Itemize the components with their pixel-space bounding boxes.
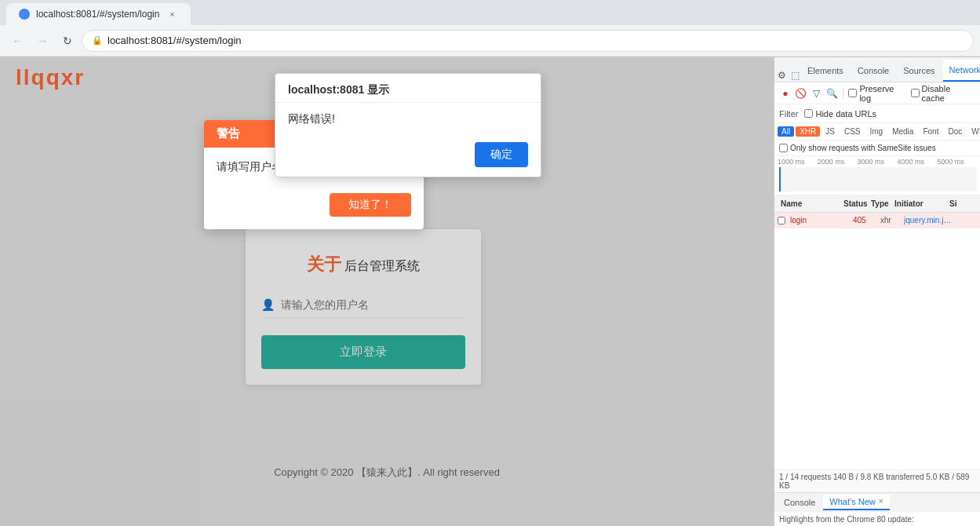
samesite-label: Only show requests with SameSite issues <box>790 144 936 152</box>
type-tab-xhr[interactable]: XHR <box>796 126 820 137</box>
tab-sources[interactable]: Sources <box>897 60 941 82</box>
row-type: xhr <box>877 216 901 225</box>
reload-button[interactable]: ↻ <box>56 30 78 52</box>
samesite-checkbox[interactable] <box>779 144 788 152</box>
filter-icon[interactable]: ▽ <box>811 87 823 100</box>
type-tab-media[interactable]: Media <box>888 126 917 137</box>
timeline-markers: 1000 ms 2000 ms 3000 ms 4000 ms 5000 ms <box>774 158 980 166</box>
record-icon[interactable]: ● <box>779 87 792 100</box>
devtools-toolbar: ● 🚫 ▽ 🔍 Preserve log Disable cache <box>774 82 980 104</box>
row-status: 405 <box>850 216 877 225</box>
disable-cache-label: Disable cache <box>922 84 975 103</box>
hide-data-urls-checkbox[interactable] <box>804 109 813 118</box>
search-icon[interactable]: 🔍 <box>826 87 839 100</box>
tab-close-btn[interactable]: × <box>166 8 178 20</box>
col-initiator: Initiator <box>891 199 946 208</box>
tab-elements[interactable]: Elements <box>801 60 850 82</box>
type-tab-font[interactable]: Font <box>919 126 942 137</box>
bottom-tab-whats-new[interactable]: What's New × <box>823 495 889 510</box>
disable-cache-group: Disable cache <box>911 84 975 103</box>
tab-network[interactable]: Network <box>943 60 980 82</box>
devtools-tabs: ⚙ ⬚ Elements Console Sources Network <box>774 57 980 82</box>
devtools-inspect-icon[interactable]: ⬚ <box>791 69 800 82</box>
back-button[interactable]: ← <box>6 30 28 52</box>
tab-title: localhost:8081/#/system/login <box>36 9 159 20</box>
devtools-highlights: Highlights from the Chrome 80 update: <box>774 511 980 526</box>
marker-3000: 3000 ms <box>858 158 898 166</box>
address-bar[interactable]: 🔒 localhost:8081/#/system/login <box>82 30 974 52</box>
samesite-check: Only show requests with SameSite issues <box>779 144 936 152</box>
close-icon[interactable]: × <box>879 497 883 506</box>
preserve-log-label: Preserve log <box>859 84 907 103</box>
timeline-cursor <box>779 167 781 192</box>
bottom-tab-console[interactable]: Console <box>778 495 822 510</box>
network-table-header: Name Status Type Initiator Si <box>774 195 980 213</box>
row-initiator: jquery.min.j-… <box>901 216 956 225</box>
browser-tabs: localhost:8081/#/system/login × <box>0 0 980 25</box>
hide-data-urls-group: Hide data URLs <box>804 109 876 119</box>
devtools-settings-icon[interactable]: ⚙ <box>778 69 786 82</box>
devtools-status: 1 / 14 requests 140 B / 9.8 KB transferr… <box>774 469 980 492</box>
tab-favicon <box>19 9 30 20</box>
alert-confirm-button[interactable]: 知道了！ <box>330 193 411 217</box>
marker-4000: 4000 ms <box>897 158 937 166</box>
system-dialog: localhost:8081 显示 网络错误! 确定 <box>275 73 541 177</box>
row-name: login <box>787 216 850 225</box>
system-dialog-body: 网络错误! <box>275 103 541 136</box>
system-dialog-header: localhost:8081 显示 <box>275 74 541 103</box>
type-tab-css[interactable]: CSS <box>840 126 865 137</box>
timeline-bar-area <box>778 167 977 192</box>
type-tab-img[interactable]: Img <box>865 126 887 137</box>
disable-cache-checkbox[interactable] <box>911 89 920 97</box>
main-layout: llqqxr 关于 后台管理系统 👤 立即登录 Copyright © 2020… <box>0 57 980 526</box>
type-tab-all[interactable]: All <box>778 126 794 137</box>
preserve-log-group: Preserve log <box>848 84 907 103</box>
row-checkbox[interactable] <box>778 217 785 225</box>
browser-toolbar: ← → ↻ 🔒 localhost:8081/#/system/login <box>0 25 980 57</box>
system-dialog-footer: 确定 <box>275 136 541 177</box>
system-dialog-ok-button[interactable]: 确定 <box>475 142 528 167</box>
separator <box>843 88 843 99</box>
col-size: Si <box>946 199 962 208</box>
browser-tab[interactable]: localhost:8081/#/system/login × <box>6 3 191 25</box>
col-name: Name <box>778 199 840 208</box>
marker-1000: 1000 ms <box>778 158 818 166</box>
browser-chrome: localhost:8081/#/system/login × ← → ↻ 🔒 … <box>0 0 980 57</box>
bottom-tabs: Console What's New × <box>774 492 980 511</box>
type-tabs: All XHR JS CSS Img Media Font Doc WS Man… <box>774 123 980 141</box>
tab-console[interactable]: Console <box>851 60 895 82</box>
hide-data-urls-label: Hide data URLs <box>815 109 876 119</box>
table-row[interactable]: login 405 xhr jquery.min.j-… <box>774 213 980 228</box>
alert-footer: 知道了！ <box>204 187 424 229</box>
col-type: Type <box>868 199 891 208</box>
timeline-area: 1000 ms 2000 ms 3000 ms 4000 ms 5000 ms <box>774 156 980 195</box>
samesite-bar: Only show requests with SameSite issues <box>774 141 980 156</box>
type-tab-js[interactable]: JS <box>822 126 839 137</box>
preserve-log-checkbox[interactable] <box>848 89 857 97</box>
type-tab-doc[interactable]: Doc <box>944 126 966 137</box>
type-tab-ws[interactable]: WS <box>967 126 980 137</box>
forward-button[interactable]: → <box>31 30 53 52</box>
lock-icon: 🔒 <box>92 35 103 46</box>
devtools-panel: ⚙ ⬚ Elements Console Sources Network ● 🚫… <box>774 57 980 526</box>
marker-5000: 5000 ms <box>937 158 977 166</box>
col-status: Status <box>840 199 868 208</box>
page-content: llqqxr 关于 后台管理系统 👤 立即登录 Copyright © 2020… <box>0 57 774 526</box>
marker-2000: 2000 ms <box>818 158 858 166</box>
filter-bar: Filter Hide data URLs <box>774 104 980 123</box>
address-text: localhost:8081/#/system/login <box>107 35 242 46</box>
filter-label: Filter <box>779 109 798 119</box>
clear-icon[interactable]: 🚫 <box>795 87 807 100</box>
